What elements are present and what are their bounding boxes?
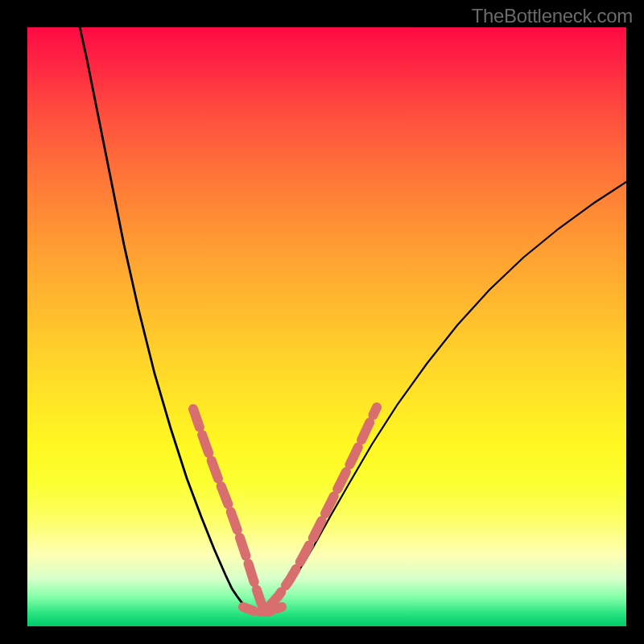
plot-area	[27, 27, 626, 626]
series-overlay-beads-bottom	[243, 607, 282, 612]
watermark-text: TheBottleneck.com	[472, 5, 633, 27]
series-curve-left	[78, 27, 251, 610]
series-overlay-beads-right	[269, 407, 377, 607]
series-overlay-beads-left	[193, 409, 264, 609]
chart-frame: TheBottleneck.com	[0, 0, 644, 644]
chart-svg	[27, 27, 626, 626]
